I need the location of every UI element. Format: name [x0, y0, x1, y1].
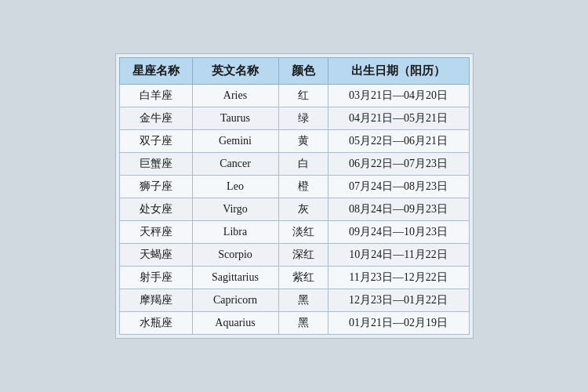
cell-cn: 摩羯座 [119, 289, 192, 312]
cell-date: 10月24日—11月22日 [328, 244, 469, 267]
table-container: 星座名称 英文名称 颜色 出生日期（阳历） 白羊座Aries红03月21日—04… [115, 53, 474, 339]
table-row: 射手座Sagittarius紫红11月23日—12月22日 [119, 267, 469, 289]
cell-date: 01月21日—02月19日 [328, 312, 469, 335]
cell-color: 淡红 [278, 221, 328, 244]
cell-date: 09月24日—10月23日 [328, 221, 469, 244]
cell-color: 紫红 [278, 267, 328, 289]
cell-color: 黄 [278, 130, 328, 153]
header-en: 英文名称 [192, 58, 278, 85]
table-row: 双子座Gemini黄05月22日—06月21日 [119, 130, 469, 153]
cell-color: 黑 [278, 312, 328, 335]
cell-en: Scorpio [192, 244, 278, 267]
cell-date: 04月21日—05月21日 [328, 107, 469, 130]
cell-color: 深红 [278, 244, 328, 267]
table-row: 天秤座Libra淡红09月24日—10月23日 [119, 221, 469, 244]
table-row: 巨蟹座Cancer白06月22日—07月23日 [119, 153, 469, 176]
cell-en: Leo [192, 176, 278, 198]
table-row: 天蝎座Scorpio深红10月24日—11月22日 [119, 244, 469, 267]
cell-color: 黑 [278, 289, 328, 312]
table-row: 金牛座Taurus绿04月21日—05月21日 [119, 107, 469, 130]
zodiac-table: 星座名称 英文名称 颜色 出生日期（阳历） 白羊座Aries红03月21日—04… [119, 57, 470, 335]
header-date: 出生日期（阳历） [328, 58, 469, 85]
cell-en: Taurus [192, 107, 278, 130]
cell-color: 红 [278, 85, 328, 107]
cell-cn: 射手座 [119, 267, 192, 289]
cell-en: Libra [192, 221, 278, 244]
cell-cn: 金牛座 [119, 107, 192, 130]
cell-date: 12月23日—01月22日 [328, 289, 469, 312]
cell-cn: 白羊座 [119, 85, 192, 107]
table-header-row: 星座名称 英文名称 颜色 出生日期（阳历） [119, 58, 469, 85]
cell-color: 橙 [278, 176, 328, 198]
cell-cn: 天蝎座 [119, 244, 192, 267]
table-row: 白羊座Aries红03月21日—04月20日 [119, 85, 469, 107]
cell-en: Virgo [192, 198, 278, 221]
cell-en: Aquarius [192, 312, 278, 335]
cell-cn: 处女座 [119, 198, 192, 221]
cell-en: Cancer [192, 153, 278, 176]
cell-cn: 双子座 [119, 130, 192, 153]
cell-cn: 巨蟹座 [119, 153, 192, 176]
cell-en: Aries [192, 85, 278, 107]
cell-cn: 狮子座 [119, 176, 192, 198]
cell-cn: 水瓶座 [119, 312, 192, 335]
table-row: 摩羯座Capricorn黑12月23日—01月22日 [119, 289, 469, 312]
cell-en: Sagittarius [192, 267, 278, 289]
cell-date: 11月23日—12月22日 [328, 267, 469, 289]
cell-en: Capricorn [192, 289, 278, 312]
cell-date: 03月21日—04月20日 [328, 85, 469, 107]
cell-color: 白 [278, 153, 328, 176]
table-row: 处女座Virgo灰08月24日—09月23日 [119, 198, 469, 221]
cell-date: 06月22日—07月23日 [328, 153, 469, 176]
cell-cn: 天秤座 [119, 221, 192, 244]
cell-color: 绿 [278, 107, 328, 130]
cell-date: 05月22日—06月21日 [328, 130, 469, 153]
table-row: 狮子座Leo橙07月24日—08月23日 [119, 176, 469, 198]
cell-date: 07月24日—08月23日 [328, 176, 469, 198]
cell-en: Gemini [192, 130, 278, 153]
cell-color: 灰 [278, 198, 328, 221]
header-cn: 星座名称 [119, 58, 192, 85]
table-row: 水瓶座Aquarius黑01月21日—02月19日 [119, 312, 469, 335]
cell-date: 08月24日—09月23日 [328, 198, 469, 221]
header-color: 颜色 [278, 58, 328, 85]
